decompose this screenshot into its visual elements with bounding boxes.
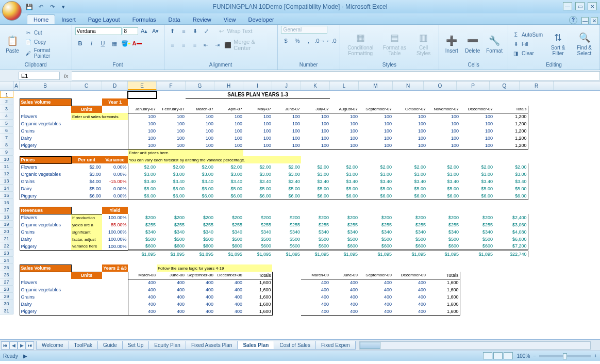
minimize-button[interactable]: —	[563, 2, 572, 10]
ribbon-close-button[interactable]: ✕	[591, 17, 598, 24]
cell[interactable]: 100	[460, 113, 494, 120]
cell[interactable]	[13, 200, 20, 207]
cell[interactable]: September-08	[186, 272, 214, 279]
cell[interactable]	[13, 286, 20, 293]
cell[interactable]	[494, 200, 528, 207]
cell[interactable]: $5.00	[128, 185, 157, 192]
cell[interactable]: $340	[157, 228, 186, 236]
col-header[interactable]: Q	[490, 81, 520, 90]
zoom-slider[interactable]	[539, 355, 591, 357]
cell[interactable]	[243, 200, 272, 207]
row-header[interactable]: 13	[0, 177, 13, 185]
cell[interactable]: $3.40	[157, 178, 186, 185]
cell[interactable]: 400	[301, 301, 330, 308]
cell[interactable]: $2.00	[128, 163, 157, 171]
cell[interactable]	[157, 207, 186, 214]
cell[interactable]: 400	[393, 279, 427, 286]
cell[interactable]: 1,600	[427, 279, 460, 286]
cell[interactable]: 400	[359, 308, 393, 315]
cell[interactable]: 1,600	[427, 286, 460, 293]
cell[interactable]: $340	[359, 228, 393, 236]
col-header[interactable]: L	[330, 81, 359, 90]
cell[interactable]: $4,080	[494, 228, 528, 236]
autosum-button[interactable]: ΣAutoSum	[511, 30, 544, 39]
cell[interactable]: December-09	[393, 272, 427, 279]
conditional-formatting-button[interactable]: ▦Conditional Formatting	[343, 30, 378, 57]
cell[interactable]	[494, 301, 528, 308]
cell[interactable]	[460, 257, 494, 264]
cell[interactable]: $200	[301, 214, 330, 221]
cell[interactable]: November-07	[427, 106, 460, 113]
cell[interactable]: 400	[393, 293, 427, 301]
align-bottom-icon[interactable]: ⬇	[190, 26, 201, 36]
cell[interactable]	[528, 257, 562, 264]
cell[interactable]: 400	[214, 286, 243, 293]
cell[interactable]: Grains	[20, 293, 71, 301]
cell[interactable]: $1,895	[272, 250, 301, 257]
cell[interactable]: Flowers	[20, 113, 71, 120]
cell[interactable]: Grains	[20, 178, 71, 185]
cell[interactable]: 100	[330, 135, 359, 142]
col-header[interactable]: R	[520, 81, 554, 90]
cell[interactable]	[460, 149, 494, 156]
cell-styles-button[interactable]: ▥Cell Styles	[411, 30, 436, 57]
cell[interactable]: $200	[359, 214, 393, 221]
cell[interactable]	[460, 98, 494, 106]
cell[interactable]: $1,895	[427, 250, 460, 257]
cell[interactable]: Grains	[20, 127, 71, 135]
cell[interactable]	[102, 301, 128, 308]
cell[interactable]: Piggery	[20, 142, 71, 149]
cell[interactable]	[330, 91, 359, 98]
cell[interactable]: Totals	[427, 272, 460, 279]
cell[interactable]: 1,600	[243, 286, 272, 293]
row-header[interactable]: 31	[0, 307, 13, 315]
row-header[interactable]: 27	[0, 278, 13, 286]
cell[interactable]	[494, 279, 528, 286]
cell[interactable]: $500	[157, 236, 186, 243]
cell[interactable]: $200	[186, 214, 214, 221]
zoom-out-icon[interactable]: −	[533, 353, 536, 359]
cell[interactable]: 100	[243, 127, 272, 135]
cell[interactable]: 100	[186, 120, 214, 127]
currency-icon[interactable]: $	[281, 36, 291, 46]
row-header[interactable]: 15	[0, 192, 13, 199]
cell[interactable]	[102, 257, 128, 264]
cell[interactable]: Revenues	[20, 207, 71, 214]
cell[interactable]	[494, 293, 528, 301]
cell[interactable]: 100	[460, 120, 494, 127]
sheet-tab[interactable]: Fixed Expen	[315, 341, 356, 350]
cell[interactable]: 400	[128, 301, 157, 308]
cell[interactable]: 400	[128, 279, 157, 286]
cell[interactable]	[157, 200, 186, 207]
cell[interactable]	[20, 272, 71, 279]
row-header[interactable]: 5	[0, 120, 13, 127]
cell[interactable]	[13, 293, 20, 301]
cell[interactable]: $600	[393, 243, 427, 250]
font-name-select[interactable]	[75, 27, 122, 35]
cell[interactable]: Piggery	[20, 308, 71, 315]
cell[interactable]: 400	[157, 301, 186, 308]
cell[interactable]	[359, 264, 393, 272]
cell[interactable]	[494, 308, 528, 315]
cell[interactable]: yields are a	[71, 221, 102, 228]
cell[interactable]	[13, 243, 20, 250]
row-header[interactable]: 12	[0, 170, 13, 177]
cell[interactable]: 100	[214, 113, 243, 120]
cell[interactable]	[13, 106, 20, 113]
restore-button[interactable]: ▭	[575, 2, 585, 10]
cell[interactable]: 400	[330, 308, 359, 315]
cell[interactable]: 1,200	[494, 120, 528, 127]
cell[interactable]: 400	[330, 286, 359, 293]
row-header[interactable]: 9	[0, 148, 13, 156]
cell[interactable]: $1,895	[128, 250, 157, 257]
tab-nav-prev-icon[interactable]: ◀	[9, 341, 18, 350]
cell[interactable]	[13, 98, 20, 106]
cell[interactable]: Dairy	[20, 135, 71, 142]
cell[interactable]: $5.00	[214, 185, 243, 192]
format-painter-button[interactable]: 🖌Format Painter	[24, 47, 69, 59]
cell[interactable]: $6.00	[71, 192, 102, 200]
cell[interactable]: 1,200	[494, 113, 528, 120]
cell[interactable]	[393, 207, 427, 214]
cell[interactable]: 400	[393, 308, 427, 315]
cell[interactable]: 400	[330, 279, 359, 286]
